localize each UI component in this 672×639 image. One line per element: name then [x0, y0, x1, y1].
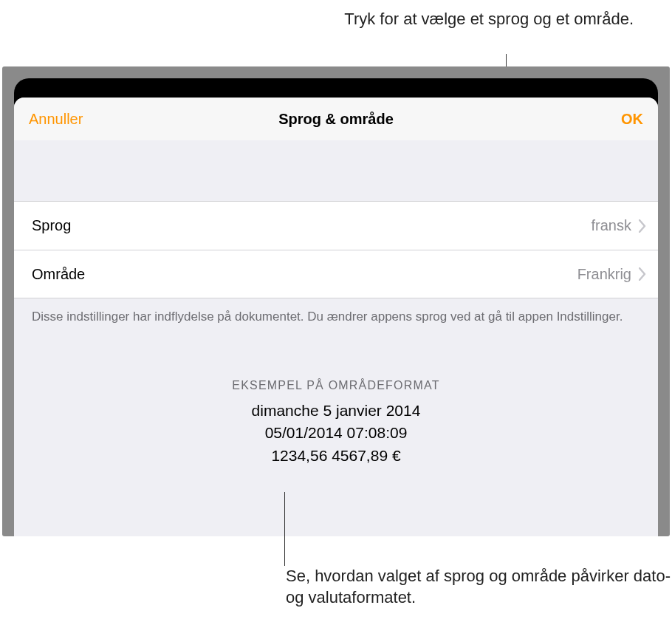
- callout-top-text: Tryk for at vælge et sprog og et område.: [344, 9, 634, 30]
- language-row[interactable]: Sprog fransk: [14, 202, 658, 250]
- device-frame: Annuller Sprog & område OK Sprog fransk: [2, 66, 670, 536]
- sheet-title: Sprog & område: [278, 111, 394, 128]
- footer-note: Disse indstillinger har indflydelse på d…: [14, 298, 658, 326]
- language-label: Sprog: [32, 217, 71, 234]
- example-section: EKSEMPEL PÅ OMRÅDEFORMAT dimanche 5 janv…: [14, 379, 658, 467]
- example-date-long: dimanche 5 janvier 2014: [14, 400, 658, 422]
- example-date-time: 05/01/2014 07:08:09: [14, 422, 658, 444]
- ok-button[interactable]: OK: [621, 111, 643, 128]
- settings-list: Sprog fransk Område Frankrig: [14, 201, 658, 298]
- device-inner: Annuller Sprog & område OK Sprog fransk: [14, 78, 658, 536]
- region-row[interactable]: Område Frankrig: [14, 250, 658, 298]
- settings-sheet: Annuller Sprog & område OK Sprog fransk: [14, 98, 658, 536]
- example-numbers-currency: 1234,56 4567,89 €: [14, 445, 658, 467]
- sheet-header: Annuller Sprog & område OK: [14, 98, 658, 140]
- cancel-button[interactable]: Annuller: [29, 111, 83, 128]
- region-label: Område: [32, 266, 85, 283]
- chevron-right-icon: [639, 267, 646, 281]
- callout-leader-bottom: [284, 492, 285, 566]
- language-value: fransk: [592, 217, 631, 234]
- callout-bottom-text: Se, hvordan valget af sprog og område på…: [286, 566, 672, 608]
- region-value: Frankrig: [577, 266, 631, 283]
- chevron-right-icon: [639, 219, 646, 233]
- example-header: EKSEMPEL PÅ OMRÅDEFORMAT: [14, 379, 658, 392]
